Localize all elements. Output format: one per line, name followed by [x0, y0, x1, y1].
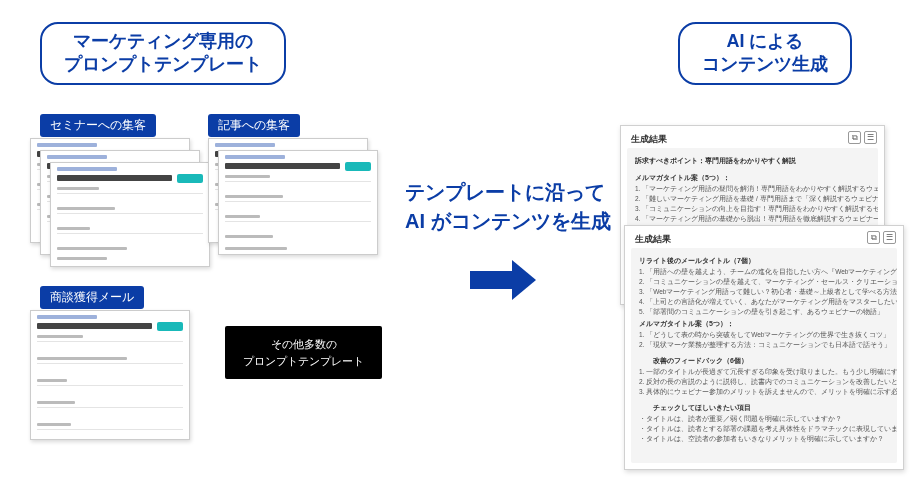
label-article: 記事への集客	[208, 114, 300, 137]
out-line: 1. 「用語への壁を越えよう、チームの進化を目指したい方へ『Webマーケティング…	[639, 267, 889, 277]
out-line: 2. 「現状マーケ業務が整理する方法：コミュニケーションでも日本語で話そう」	[639, 340, 889, 350]
label-sales-mail: 商談獲得メール	[40, 286, 144, 309]
dark-line1: その他多数の	[271, 338, 337, 350]
export-icon[interactable]: ☰	[883, 231, 896, 244]
ai-generation-heading: AI による コンテンツ生成	[678, 22, 852, 85]
out-line: 3. 「コミュニケーションの向上を目指す！専門用語をわかりやすく解説するセミナー…	[635, 204, 870, 214]
out-line: ・タイトルは、読者とする部署の課題を考え具体性をドラマチックに表現していますか？	[639, 424, 889, 434]
pill-r-line1: AI による	[726, 31, 803, 51]
out-line: 3. 「Webマーケティング用語って難しい？初心者・基礎～上級者として学べる方法…	[639, 287, 889, 297]
pill-r-line2: コンテンツ生成	[702, 54, 828, 74]
template-card	[218, 150, 378, 255]
out-subhead: リライト後のメールタイトル（7個）	[639, 256, 889, 267]
out-subhead: メルマガタイトル案（5つ）：	[635, 173, 870, 184]
out-line: 1. 「マーケティング用語の疑問を解消！専門用語をわかりやすく解説するウェビナー…	[635, 184, 870, 194]
out-line: 4. 「マーケティング用語の基礎から脱出！専門用語を徹底解説するウェビナー」	[635, 214, 870, 224]
output-title: 生成結果	[631, 133, 667, 146]
output-body: リライト後のメールタイトル（7個） 1. 「用語への壁を越えよう、チームの進化を…	[631, 248, 897, 463]
out-heading: 訴求すべきポイント：専門用語をわかりやすく解説	[635, 156, 870, 167]
out-line: 4. 「上司との言語化が増えていく、あなたがマーケティング用語をマスターしたい方…	[639, 297, 889, 307]
out-line: 5. 「部署間のコミュニケーションの壁を引き起こす、あるウェビナーの物語」	[639, 307, 889, 317]
out-line: 2. 「コミュニケーションの壁を越えて、マーケティング・セールス・クリエーション…	[639, 277, 889, 287]
other-templates-note: その他多数の プロンプトテンプレート	[225, 326, 382, 379]
out-line: ・タイトルは、読者が重要／弱く問題を明確に示していますか？	[639, 414, 889, 424]
pill-line1: マーケティング専用の	[73, 31, 253, 51]
export-icon[interactable]: ☰	[864, 131, 877, 144]
out-subhead: チェックしてほしいきたい項目	[639, 403, 889, 414]
label-seminar: セミナーへの集客	[40, 114, 156, 137]
output-title: 生成結果	[635, 233, 671, 246]
out-line: 2. 「難しいマーケティング用語を基礎 / 専門用語まで「深く解説するウェビナー…	[635, 194, 870, 204]
out-subhead: 改善のフィードバック（6個）	[639, 356, 889, 367]
out-line: 2. 反対の長の言説のように説得し、読書内でのコミュニケーションを改善したいとい…	[639, 377, 889, 387]
caption-line1: テンプレートに沿って	[405, 181, 605, 203]
template-card	[30, 310, 190, 440]
marketing-templates-heading: マーケティング専用の プロンプトテンプレート	[40, 22, 286, 85]
dark-line2: プロンプトテンプレート	[243, 355, 364, 367]
out-line: 1. 一部のタイトルが長過ぎて冗長すぎる印象を受け取りました。もう少し明確にすべ…	[639, 367, 889, 377]
pill-line2: プロンプトテンプレート	[64, 54, 262, 74]
out-line: 3. 具体的にウェビナー参加のメリットを訴えませんので、メリットを明確に示す必要…	[639, 387, 889, 397]
caption-line2: AI がコンテンツを生成	[405, 210, 611, 232]
copy-icon[interactable]: ⧉	[867, 231, 880, 244]
template-card	[50, 162, 210, 267]
out-line: ・タイトルは、空読者の参加者もいきなりメリットを明確に示していますか？	[639, 434, 889, 444]
out-subhead: メルマガタイトル案（5つ）：	[639, 319, 889, 330]
out-line: 1. 「どうして表の時から突破をしてWebマーケティングの世界で生き抜くコツ」	[639, 330, 889, 340]
flow-arrow-icon	[470, 260, 540, 300]
copy-icon[interactable]: ⧉	[848, 131, 861, 144]
ai-output-panel-front: 生成結果 ⧉ ☰ リライト後のメールタイトル（7個） 1. 「用語への壁を越えよ…	[624, 225, 904, 470]
flow-caption: テンプレートに沿って AI がコンテンツを生成	[405, 178, 611, 236]
